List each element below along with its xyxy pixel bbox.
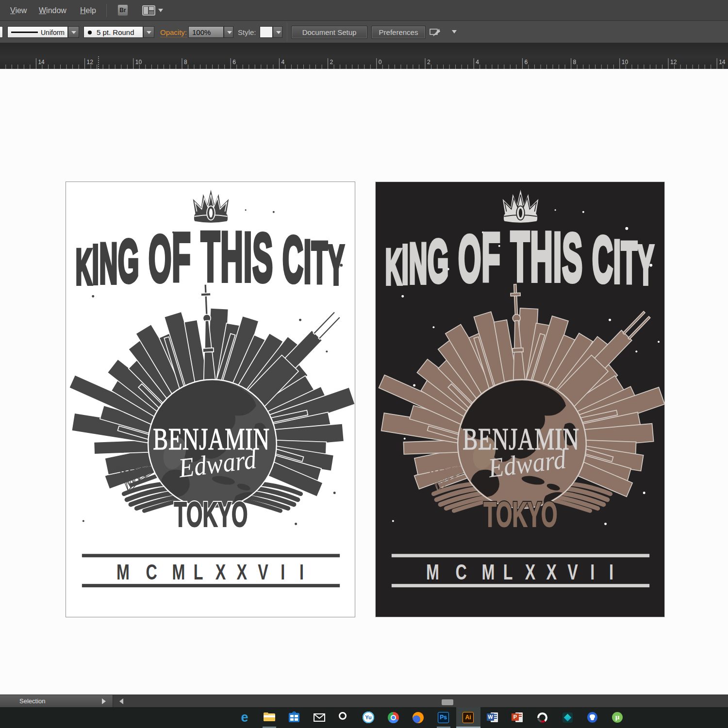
svg-text:2: 2	[330, 59, 333, 66]
svg-text:0: 0	[379, 59, 382, 66]
svg-text:8: 8	[184, 59, 187, 66]
svg-text:4: 4	[281, 59, 284, 66]
svg-text:14: 14	[38, 59, 45, 66]
svg-text:2: 2	[427, 59, 430, 66]
svg-text:8: 8	[573, 59, 577, 66]
svg-text:4: 4	[476, 59, 479, 66]
svg-text:6: 6	[232, 59, 236, 66]
svg-text:10: 10	[135, 59, 142, 66]
svg-text:6: 6	[524, 59, 528, 66]
svg-text:14: 14	[719, 59, 726, 66]
svg-text:10: 10	[622, 59, 629, 66]
svg-text:12: 12	[670, 59, 677, 66]
svg-text:12: 12	[87, 59, 94, 66]
